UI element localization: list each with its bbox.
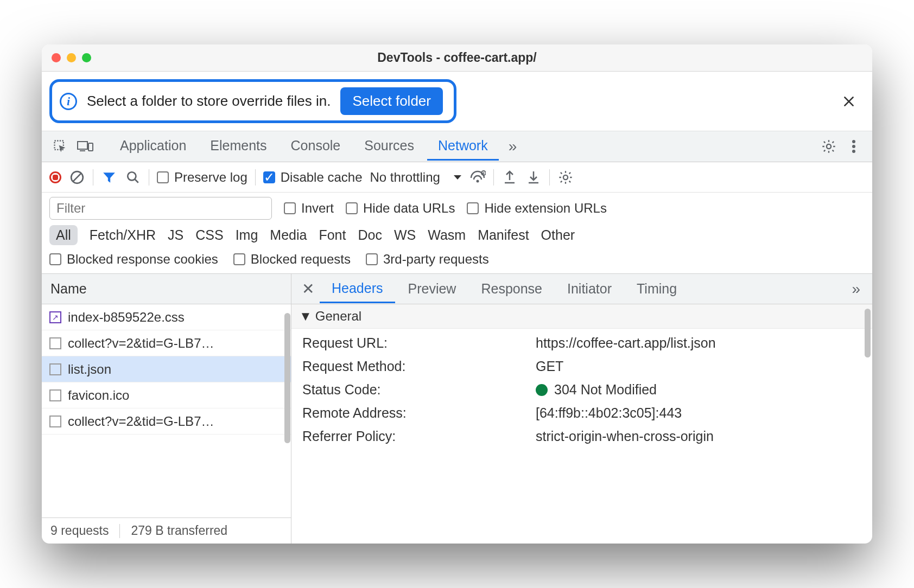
type-ws[interactable]: WS xyxy=(394,227,416,243)
tab-headers[interactable]: Headers xyxy=(320,275,395,303)
svg-rect-3 xyxy=(88,143,93,151)
request-method-value: GET xyxy=(536,359,861,374)
type-media[interactable]: Media xyxy=(270,227,307,243)
general-label: General xyxy=(315,309,361,324)
svg-point-16 xyxy=(563,175,568,179)
more-detail-tabs-icon[interactable]: » xyxy=(845,277,867,301)
scrollbar-thumb[interactable] xyxy=(865,309,871,357)
tab-timing[interactable]: Timing xyxy=(625,276,689,302)
svg-rect-1 xyxy=(78,142,87,149)
kebab-menu-icon[interactable] xyxy=(843,136,865,157)
request-list-header[interactable]: Name xyxy=(42,274,291,304)
request-name: index-b859522e.css xyxy=(68,310,185,325)
request-row[interactable]: collect?v=2&tid=G-LB7… xyxy=(42,330,291,356)
svg-point-7 xyxy=(852,150,855,153)
invert-checkbox[interactable]: Invert xyxy=(284,201,334,216)
tab-preview[interactable]: Preview xyxy=(396,276,468,302)
hide-ext-urls-checkbox[interactable]: Hide extension URLs xyxy=(467,201,606,216)
type-css[interactable]: CSS xyxy=(195,227,223,243)
network-conditions-icon[interactable] xyxy=(469,169,486,186)
device-toolbar-icon[interactable] xyxy=(74,136,96,157)
blocked-cookies-checkbox[interactable]: Blocked response cookies xyxy=(49,252,218,267)
general-section-header[interactable]: ▼ General xyxy=(291,304,872,329)
request-row[interactable]: list.json xyxy=(42,356,291,382)
network-toolbar: Preserve log ✓ Disable cache No throttli… xyxy=(42,162,872,193)
tab-sources[interactable]: Sources xyxy=(353,132,425,161)
type-fetch-xhr[interactable]: Fetch/XHR xyxy=(90,227,156,243)
type-doc[interactable]: Doc xyxy=(358,227,382,243)
disclosure-triangle-icon: ▼ xyxy=(299,309,312,324)
override-infobar: i Select a folder to store override file… xyxy=(49,79,456,123)
filter-input[interactable] xyxy=(49,197,272,220)
referrer-policy-key: Referrer Policy: xyxy=(302,429,536,444)
search-icon[interactable] xyxy=(125,169,141,186)
infobar-wrap: i Select a folder to store override file… xyxy=(42,72,872,131)
filter-toggle-icon[interactable] xyxy=(101,169,117,186)
inspect-element-icon[interactable] xyxy=(49,136,71,157)
request-name: list.json xyxy=(68,362,111,377)
request-row[interactable]: collect?v=2&tid=G-LB7… xyxy=(42,408,291,434)
tab-application[interactable]: Application xyxy=(109,132,197,161)
network-settings-icon[interactable] xyxy=(557,169,574,186)
disable-cache-label: Disable cache xyxy=(281,170,363,185)
tab-initiator[interactable]: Initiator xyxy=(555,276,624,302)
more-tabs-icon[interactable]: » xyxy=(502,135,524,158)
doc-file-icon xyxy=(49,363,61,375)
doc-file-icon xyxy=(49,416,61,427)
blocked-filters-row: Blocked response cookies Blocked request… xyxy=(42,248,872,274)
third-party-checkbox[interactable]: 3rd-party requests xyxy=(366,252,489,267)
throttling-value: No throttling xyxy=(370,170,440,185)
third-party-label: 3rd-party requests xyxy=(383,252,489,267)
svg-line-11 xyxy=(135,179,138,183)
detail-tabs: ✕ Headers Preview Response Initiator Tim… xyxy=(291,274,872,304)
svg-point-6 xyxy=(852,145,855,148)
blocked-requests-label: Blocked requests xyxy=(251,252,351,267)
svg-line-9 xyxy=(73,173,81,181)
type-font[interactable]: Font xyxy=(319,227,346,243)
select-folder-button[interactable]: Select folder xyxy=(340,87,443,115)
main-split: Name ↗ index-b859522e.css collect?v=2&ti… xyxy=(42,274,872,544)
info-icon: i xyxy=(60,93,77,110)
close-infobar-icon[interactable] xyxy=(839,91,859,112)
infobar-text: Select a folder to store override files … xyxy=(87,93,331,110)
request-list-footer: 9 requests 279 B transferred xyxy=(42,517,291,544)
css-file-icon: ↗ xyxy=(49,311,61,323)
transferred-size: 279 B transferred xyxy=(131,523,227,538)
import-har-icon[interactable] xyxy=(525,169,542,186)
settings-icon[interactable] xyxy=(818,136,840,157)
blocked-cookies-label: Blocked response cookies xyxy=(67,252,218,267)
remote-address-key: Remote Address: xyxy=(302,405,536,421)
doc-file-icon xyxy=(49,389,61,401)
preserve-log-checkbox[interactable]: Preserve log xyxy=(157,170,247,185)
disable-cache-checkbox[interactable]: ✓ Disable cache xyxy=(263,170,363,185)
clear-icon[interactable] xyxy=(69,169,85,186)
filter-bar: Invert Hide data URLs Hide extension URL… xyxy=(42,193,872,222)
request-row[interactable]: ↗ index-b859522e.css xyxy=(42,304,291,330)
tab-network[interactable]: Network xyxy=(427,132,499,161)
scrollbar-thumb[interactable] xyxy=(284,313,290,443)
close-detail-icon[interactable]: ✕ xyxy=(297,280,319,298)
svg-point-5 xyxy=(852,140,855,143)
request-row[interactable]: favicon.ico xyxy=(42,382,291,408)
request-method-key: Request Method: xyxy=(302,359,536,374)
export-har-icon[interactable] xyxy=(502,169,518,186)
window-title: DevTools - coffee-cart.app/ xyxy=(42,50,872,65)
hide-data-urls-checkbox[interactable]: Hide data URLs xyxy=(346,201,455,216)
referrer-policy-value: strict-origin-when-cross-origin xyxy=(536,429,861,444)
type-js[interactable]: JS xyxy=(168,227,183,243)
status-code-text: 304 Not Modified xyxy=(554,382,657,398)
tab-elements[interactable]: Elements xyxy=(199,132,277,161)
tab-response[interactable]: Response xyxy=(469,276,554,302)
type-manifest[interactable]: Manifest xyxy=(478,227,529,243)
request-url-value: https://coffee-cart.app/list.json xyxy=(536,335,861,351)
throttling-select[interactable]: No throttling xyxy=(370,170,461,185)
blocked-requests-checkbox[interactable]: Blocked requests xyxy=(233,252,351,267)
type-other[interactable]: Other xyxy=(541,227,575,243)
record-button[interactable] xyxy=(49,171,61,183)
type-wasm[interactable]: Wasm xyxy=(428,227,466,243)
type-all[interactable]: All xyxy=(49,225,78,245)
status-dot-icon xyxy=(536,384,548,396)
type-img[interactable]: Img xyxy=(236,227,258,243)
tab-console[interactable]: Console xyxy=(280,132,352,161)
request-name: collect?v=2&tid=G-LB7… xyxy=(68,414,214,429)
